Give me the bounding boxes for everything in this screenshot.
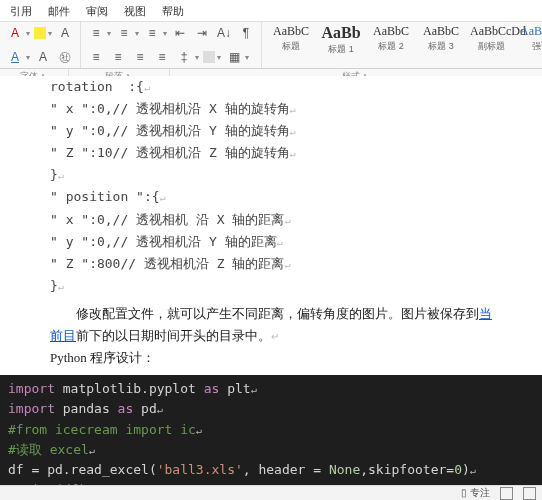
style-item[interactable]: AaBb标题 1	[320, 24, 362, 56]
multilevel-icon[interactable]: ≡	[143, 24, 161, 42]
style-item[interactable]: AaBbCcDd强调	[520, 24, 542, 53]
sort-icon[interactable]: A↓	[215, 24, 233, 42]
enclose-char-icon[interactable]: ㊓	[56, 48, 74, 66]
web-layout-icon[interactable]	[523, 487, 536, 500]
justify-icon[interactable]: ≡	[153, 48, 171, 66]
tab-review[interactable]: 审阅	[86, 4, 108, 19]
python-code-block: import matplotlib.pyplot as plt↵ import …	[0, 375, 542, 486]
align-left-icon[interactable]: ≡	[87, 48, 105, 66]
tab-view[interactable]: 视图	[124, 4, 146, 19]
font-color-icon[interactable]: A	[6, 24, 24, 42]
style-item[interactable]: AaBbC标题 2	[370, 24, 412, 53]
style-item[interactable]: AaBbC标题 3	[420, 24, 462, 53]
numbering-icon[interactable]: ≡	[115, 24, 133, 42]
py-header: Python 程序设计：	[50, 347, 502, 369]
styles-gallery[interactable]: AaBbC标题 AaBb标题 1 AaBbC标题 2 AaBbC标题 3 AaB…	[262, 22, 542, 68]
ribbon: A▾ ▾ A A▾ A ㊓ ≡▾ ≡▾ ≡▾ ⇤ ⇥ A↓ ¶ ≡ ≡ ≡ ≡ …	[0, 22, 542, 69]
dec-indent-icon[interactable]: ⇤	[171, 24, 189, 42]
paragraph-group: ≡▾ ≡▾ ≡▾ ⇤ ⇥ A↓ ¶ ≡ ≡ ≡ ≡ ‡▾ ▾ ▦▾	[81, 22, 262, 68]
tab-help[interactable]: 帮助	[162, 4, 184, 19]
clear-format-icon[interactable]: A	[56, 24, 74, 42]
tab-references[interactable]: 引用	[10, 4, 32, 19]
line-spacing-icon[interactable]: ‡	[175, 48, 193, 66]
align-center-icon[interactable]: ≡	[109, 48, 127, 66]
style-item[interactable]: AaBbCcDd副标题	[470, 24, 512, 53]
tab-mailings[interactable]: 邮件	[48, 4, 70, 19]
align-right-icon[interactable]: ≡	[131, 48, 149, 66]
char-border-icon[interactable]: A	[34, 48, 52, 66]
font-group: A▾ ▾ A A▾ A ㊓	[0, 22, 81, 68]
inc-indent-icon[interactable]: ⇥	[193, 24, 211, 42]
shading-icon[interactable]	[203, 51, 215, 63]
document-area[interactable]: rotation :{↵ " x ":0,// 透视相机沿 X 轴的旋转角↵ "…	[0, 76, 542, 486]
print-layout-icon[interactable]	[500, 487, 513, 500]
body-paragraph: 修改配置文件，就可以产生不同距离，偏转角度的图片。图片被保存到当前目前下的以日期…	[50, 303, 502, 347]
config-code: rotation :{↵ " x ":0,// 透视相机沿 X 轴的旋转角↵ "…	[50, 76, 502, 297]
show-marks-icon[interactable]: ¶	[237, 24, 255, 42]
borders-icon[interactable]: ▦	[225, 48, 243, 66]
ribbon-tabs: 引用 邮件 审阅 视图 帮助	[0, 0, 542, 22]
highlight-icon[interactable]	[34, 27, 46, 39]
status-bar: ▯ 专注	[0, 485, 542, 500]
text-effects-icon[interactable]: A	[6, 48, 24, 66]
focus-mode-button[interactable]: ▯ 专注	[461, 486, 490, 500]
style-item[interactable]: AaBbC标题	[270, 24, 312, 53]
bullets-icon[interactable]: ≡	[87, 24, 105, 42]
